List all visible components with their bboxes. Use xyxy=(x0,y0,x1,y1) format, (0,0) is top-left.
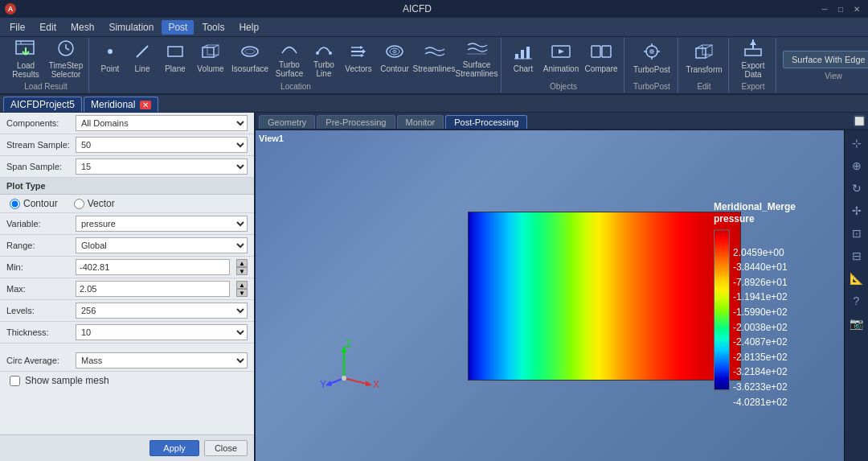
view-dropdown[interactable]: Surface With Edge Surface Wireframe Poin… xyxy=(783,51,868,68)
plane-button[interactable]: Plane xyxy=(158,34,192,82)
contour-radio[interactable] xyxy=(10,199,20,209)
line-button[interactable]: Line xyxy=(127,34,158,82)
maximize-button[interactable]: □ xyxy=(834,3,847,14)
maximize-viewport-btn[interactable]: ⬜ xyxy=(854,115,865,126)
tab-pre-processing[interactable]: Pre-Processing xyxy=(317,115,395,129)
menu-simulation[interactable]: Simulation xyxy=(102,20,160,35)
max-spinners[interactable]: ▲ ▼ xyxy=(236,281,248,297)
sidebar-pan-icon[interactable]: ✢ xyxy=(847,201,866,220)
viewport[interactable]: View1 Z X xyxy=(256,130,844,461)
volume-button[interactable]: Volume xyxy=(193,34,228,82)
project-tab-meridional[interactable]: Meridional ✕ xyxy=(84,97,158,112)
thickness-row: Thickness: 10 xyxy=(0,322,254,344)
range-select[interactable]: Global xyxy=(76,237,248,253)
transform-button[interactable]: Transform xyxy=(683,34,725,82)
svg-marker-22 xyxy=(362,49,366,54)
vector-radio[interactable] xyxy=(74,199,84,209)
tab-geometry[interactable]: Geometry xyxy=(259,115,315,129)
svg-text:X: X xyxy=(373,379,379,390)
thickness-select[interactable]: 10 xyxy=(76,324,248,340)
max-up-btn[interactable]: ▲ xyxy=(236,281,248,289)
span-sample-select[interactable]: 15 xyxy=(76,158,248,175)
svg-point-27 xyxy=(387,46,403,57)
app-title: AICFD xyxy=(16,3,818,14)
compare-button[interactable]: Compare xyxy=(582,34,620,82)
span-sample-label: Span Sample: xyxy=(6,162,71,171)
variable-select[interactable]: pressure xyxy=(76,216,248,232)
turbopost-button[interactable]: TurboPost xyxy=(629,34,674,82)
thickness-label: Thickness: xyxy=(6,327,71,337)
export-data-button[interactable]: ExportData xyxy=(734,34,772,82)
close-button[interactable]: ✕ xyxy=(850,3,863,14)
levels-select[interactable]: 256 xyxy=(76,303,248,319)
axes-indicator: Z X Y xyxy=(320,338,384,397)
load-results-button[interactable]: Load Results xyxy=(6,34,45,82)
sidebar-cursor-icon[interactable]: ⊹ xyxy=(847,134,866,153)
toolbar: Load Results TimeStepSelector Load Resul… xyxy=(0,37,868,95)
apply-button[interactable]: Apply xyxy=(149,440,199,456)
sidebar-view-icon[interactable]: ⊟ xyxy=(847,246,866,265)
sidebar-measure-icon[interactable]: 📐 xyxy=(847,269,866,288)
left-panel: Components: All Domains Stream Sample: 5… xyxy=(0,113,256,461)
min-up-btn[interactable]: ▲ xyxy=(236,259,248,267)
project-tab-aicfd[interactable]: AICFDProject5 xyxy=(3,97,82,112)
menu-edit[interactable]: Edit xyxy=(33,20,63,35)
vector-radio-label[interactable]: Vector xyxy=(74,198,115,209)
tab-post-processing[interactable]: Post-Processing xyxy=(445,115,527,129)
isosurface-button[interactable]: Isosurface xyxy=(229,34,271,82)
svg-text:Y: Y xyxy=(320,379,326,390)
sidebar-query-icon[interactable]: ? xyxy=(847,291,866,311)
max-down-btn[interactable]: ▼ xyxy=(236,289,248,297)
sidebar-rotate-icon[interactable]: ↻ xyxy=(847,179,866,198)
menu-help[interactable]: Help xyxy=(232,20,265,35)
colorbar-labels: 2.0459e+00 -3.8440e+01 -7.8926e+01 -1.19… xyxy=(733,247,788,408)
minimize-button[interactable]: ─ xyxy=(818,3,831,14)
range-row: Range: Global xyxy=(0,235,254,257)
surface-streamlines-button[interactable]: SurfaceStreamlines xyxy=(456,34,497,82)
sidebar-zoom-icon[interactable]: ⊕ xyxy=(847,156,866,175)
svg-rect-31 xyxy=(515,54,518,59)
menu-tools[interactable]: Tools xyxy=(195,20,231,35)
viewport-area: View1 Z X xyxy=(256,130,868,461)
sidebar-screenshot-icon[interactable]: 📷 xyxy=(847,314,866,333)
streamlines-button[interactable]: Streamlines xyxy=(413,34,455,82)
tab-monitor[interactable]: Monitor xyxy=(397,115,444,129)
chart-button[interactable]: Chart xyxy=(506,34,540,82)
min-spinners[interactable]: ▲ ▼ xyxy=(236,259,248,275)
components-select[interactable]: All Domains xyxy=(76,115,248,131)
components-label: Components: xyxy=(6,118,71,128)
plot-type-row: Contour Vector xyxy=(0,195,254,213)
export-group-label: Export xyxy=(742,82,765,93)
colorbar-title: Meridional_Merge pressure xyxy=(714,201,796,226)
menu-mesh[interactable]: Mesh xyxy=(64,20,100,35)
vectors-button[interactable]: Vectors xyxy=(341,34,376,82)
stream-sample-row: Stream Sample: 50 xyxy=(0,134,254,156)
view-group-label: View xyxy=(825,68,842,80)
svg-marker-36 xyxy=(559,49,564,54)
contour-button[interactable]: Contour xyxy=(377,34,412,82)
svg-rect-11 xyxy=(168,47,182,56)
min-down-btn[interactable]: ▼ xyxy=(236,267,248,275)
stream-sample-select[interactable]: 50 xyxy=(76,137,248,153)
animation-button[interactable]: Animation xyxy=(542,34,580,82)
turbo-surface-button[interactable]: TurboSurface xyxy=(272,34,307,82)
components-row: Components: All Domains xyxy=(0,113,254,134)
close-button[interactable]: Close xyxy=(204,440,248,456)
menu-file[interactable]: File xyxy=(3,20,31,35)
menu-post[interactable]: Post xyxy=(162,20,194,35)
svg-line-10 xyxy=(137,46,148,57)
circ-avg-label: Circ Average: xyxy=(6,356,71,365)
turbopost-group-label: TurboPost xyxy=(633,82,670,93)
contour-radio-label[interactable]: Contour xyxy=(10,198,58,209)
turbo-line-button[interactable]: TurboLine xyxy=(308,34,340,82)
show-sample-mesh-checkbox[interactable] xyxy=(10,376,20,386)
right-area: Geometry Pre-Processing Monitor Post-Pro… xyxy=(256,113,868,461)
svg-point-17 xyxy=(242,47,258,56)
svg-point-20 xyxy=(329,51,332,55)
sidebar-fit-icon[interactable]: ⊡ xyxy=(847,224,866,243)
circ-avg-select[interactable]: Mass xyxy=(76,352,248,368)
timestep-selector-button[interactable]: TimeStepSelector xyxy=(47,34,85,82)
max-input[interactable] xyxy=(76,281,230,297)
point-button[interactable]: Point xyxy=(94,34,126,82)
min-input[interactable] xyxy=(76,259,230,275)
